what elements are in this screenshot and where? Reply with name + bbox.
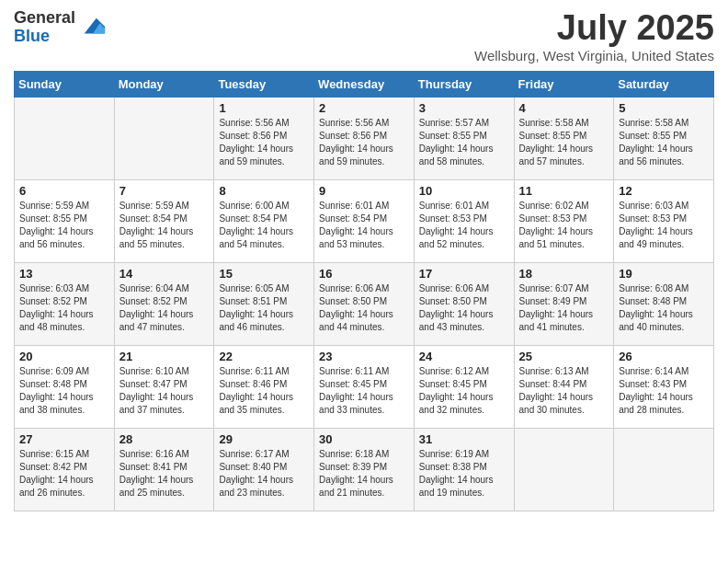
day-number: 22 [219, 350, 309, 363]
day-number: 2 [319, 101, 409, 115]
calendar-cell: 19Sunrise: 6:08 AMSunset: 8:48 PMDayligh… [614, 262, 714, 345]
day-number: 4 [519, 101, 609, 115]
day-number: 19 [619, 267, 709, 281]
page-header: General Blue July 2025 Wellsburg, West V… [14, 9, 714, 63]
day-number: 3 [419, 101, 509, 115]
day-number: 18 [519, 267, 609, 281]
calendar-cell: 8Sunrise: 6:00 AMSunset: 8:54 PMDaylight… [214, 179, 314, 262]
day-info: Sunrise: 6:09 AMSunset: 8:48 PMDaylight:… [19, 366, 94, 415]
day-number: 13 [19, 267, 109, 281]
week-row-4: 20Sunrise: 6:09 AMSunset: 8:48 PMDayligh… [15, 345, 714, 428]
day-number: 14 [119, 267, 210, 281]
day-info: Sunrise: 5:58 AMSunset: 8:55 PMDaylight:… [619, 118, 693, 167]
calendar-cell: 17Sunrise: 6:06 AMSunset: 8:50 PMDayligh… [414, 262, 514, 345]
calendar-cell: 6Sunrise: 5:59 AMSunset: 8:55 PMDaylight… [15, 179, 115, 262]
day-info: Sunrise: 6:18 AMSunset: 8:39 PMDaylight:… [319, 449, 393, 498]
month-title: July 2025 [474, 9, 714, 48]
day-info: Sunrise: 6:06 AMSunset: 8:50 PMDaylight:… [419, 283, 494, 332]
location: Wellsburg, West Virginia, United States [474, 48, 714, 63]
day-number: 29 [219, 432, 309, 446]
day-info: Sunrise: 6:11 AMSunset: 8:45 PMDaylight:… [319, 366, 393, 415]
col-header-saturday: Saturday [614, 71, 714, 97]
day-info: Sunrise: 6:07 AMSunset: 8:49 PMDaylight:… [519, 283, 594, 332]
day-info: Sunrise: 6:08 AMSunset: 8:48 PMDaylight:… [619, 283, 693, 332]
calendar-cell: 24Sunrise: 6:12 AMSunset: 8:45 PMDayligh… [414, 345, 514, 428]
calendar-cell: 27Sunrise: 6:15 AMSunset: 8:42 PMDayligh… [15, 428, 115, 511]
day-info: Sunrise: 5:56 AMSunset: 8:56 PMDaylight:… [319, 118, 393, 167]
day-info: Sunrise: 6:00 AMSunset: 8:54 PMDaylight:… [219, 201, 293, 249]
week-row-2: 6Sunrise: 5:59 AMSunset: 8:55 PMDaylight… [15, 179, 714, 262]
day-number: 5 [619, 101, 709, 115]
day-number: 21 [119, 350, 210, 363]
calendar-cell [114, 97, 214, 179]
day-number: 31 [419, 432, 509, 446]
day-number: 20 [19, 350, 109, 363]
day-info: Sunrise: 5:57 AMSunset: 8:55 PMDaylight:… [419, 118, 494, 167]
day-info: Sunrise: 6:11 AMSunset: 8:46 PMDaylight:… [219, 366, 293, 415]
calendar-cell: 21Sunrise: 6:10 AMSunset: 8:47 PMDayligh… [114, 345, 214, 428]
calendar-cell: 25Sunrise: 6:13 AMSunset: 8:44 PMDayligh… [514, 345, 614, 428]
calendar-cell [514, 428, 614, 511]
day-number: 17 [419, 267, 509, 281]
logo: General Blue [14, 9, 107, 46]
col-header-tuesday: Tuesday [214, 71, 314, 97]
calendar-cell: 7Sunrise: 5:59 AMSunset: 8:54 PMDaylight… [114, 179, 214, 262]
col-header-monday: Monday [114, 71, 214, 97]
calendar-cell: 15Sunrise: 6:05 AMSunset: 8:51 PMDayligh… [214, 262, 314, 345]
calendar-cell: 3Sunrise: 5:57 AMSunset: 8:55 PMDaylight… [414, 97, 514, 179]
day-info: Sunrise: 6:10 AMSunset: 8:47 PMDaylight:… [119, 366, 194, 415]
day-info: Sunrise: 5:58 AMSunset: 8:55 PMDaylight:… [519, 118, 594, 167]
logo-blue: Blue [14, 28, 75, 46]
day-info: Sunrise: 5:56 AMSunset: 8:56 PMDaylight:… [219, 118, 293, 167]
calendar-cell: 10Sunrise: 6:01 AMSunset: 8:53 PMDayligh… [414, 179, 514, 262]
calendar-cell: 9Sunrise: 6:01 AMSunset: 8:54 PMDaylight… [314, 179, 415, 262]
day-number: 11 [519, 184, 609, 198]
calendar-cell [614, 428, 714, 511]
calendar-cell: 23Sunrise: 6:11 AMSunset: 8:45 PMDayligh… [314, 345, 415, 428]
calendar-cell: 31Sunrise: 6:19 AMSunset: 8:38 PMDayligh… [414, 428, 514, 511]
calendar-table: SundayMondayTuesdayWednesdayThursdayFrid… [14, 71, 714, 511]
calendar-cell: 5Sunrise: 5:58 AMSunset: 8:55 PMDaylight… [614, 97, 714, 179]
calendar-cell: 13Sunrise: 6:03 AMSunset: 8:52 PMDayligh… [15, 262, 115, 345]
week-row-1: 1Sunrise: 5:56 AMSunset: 8:56 PMDaylight… [15, 97, 714, 179]
calendar-cell: 16Sunrise: 6:06 AMSunset: 8:50 PMDayligh… [314, 262, 415, 345]
day-number: 16 [319, 267, 409, 281]
day-info: Sunrise: 6:12 AMSunset: 8:45 PMDaylight:… [419, 366, 494, 415]
logo-general: General [14, 9, 75, 28]
col-header-friday: Friday [514, 71, 614, 97]
calendar-cell [15, 97, 115, 179]
day-number: 23 [319, 350, 409, 363]
day-info: Sunrise: 6:03 AMSunset: 8:52 PMDaylight:… [19, 283, 94, 332]
day-number: 9 [319, 184, 409, 198]
day-info: Sunrise: 6:13 AMSunset: 8:44 PMDaylight:… [519, 366, 594, 415]
calendar-cell: 26Sunrise: 6:14 AMSunset: 8:43 PMDayligh… [614, 345, 714, 428]
day-info: Sunrise: 6:01 AMSunset: 8:54 PMDaylight:… [319, 201, 393, 249]
calendar-cell: 30Sunrise: 6:18 AMSunset: 8:39 PMDayligh… [314, 428, 415, 511]
logo-icon [81, 15, 107, 40]
day-info: Sunrise: 6:03 AMSunset: 8:53 PMDaylight:… [619, 201, 693, 249]
week-row-5: 27Sunrise: 6:15 AMSunset: 8:42 PMDayligh… [15, 428, 714, 511]
title-block: July 2025 Wellsburg, West Virginia, Unit… [474, 9, 714, 63]
day-number: 15 [219, 267, 309, 281]
day-number: 1 [219, 101, 309, 115]
day-number: 30 [319, 432, 409, 446]
day-info: Sunrise: 6:15 AMSunset: 8:42 PMDaylight:… [19, 449, 94, 498]
day-info: Sunrise: 6:05 AMSunset: 8:51 PMDaylight:… [219, 283, 293, 332]
day-number: 26 [619, 350, 709, 363]
day-number: 25 [519, 350, 609, 363]
day-info: Sunrise: 6:02 AMSunset: 8:53 PMDaylight:… [519, 201, 594, 249]
day-info: Sunrise: 5:59 AMSunset: 8:54 PMDaylight:… [119, 201, 194, 249]
day-info: Sunrise: 6:06 AMSunset: 8:50 PMDaylight:… [319, 283, 393, 332]
day-number: 12 [619, 184, 709, 198]
day-info: Sunrise: 6:14 AMSunset: 8:43 PMDaylight:… [619, 366, 693, 415]
day-number: 27 [19, 432, 109, 446]
calendar-cell: 2Sunrise: 5:56 AMSunset: 8:56 PMDaylight… [314, 97, 415, 179]
calendar-cell: 29Sunrise: 6:17 AMSunset: 8:40 PMDayligh… [214, 428, 314, 511]
day-info: Sunrise: 6:19 AMSunset: 8:38 PMDaylight:… [419, 449, 494, 498]
col-header-thursday: Thursday [414, 71, 514, 97]
day-info: Sunrise: 6:16 AMSunset: 8:41 PMDaylight:… [119, 449, 194, 498]
calendar-cell: 4Sunrise: 5:58 AMSunset: 8:55 PMDaylight… [514, 97, 614, 179]
day-number: 10 [419, 184, 509, 198]
calendar-cell: 28Sunrise: 6:16 AMSunset: 8:41 PMDayligh… [114, 428, 214, 511]
calendar-header-row: SundayMondayTuesdayWednesdayThursdayFrid… [15, 71, 714, 97]
